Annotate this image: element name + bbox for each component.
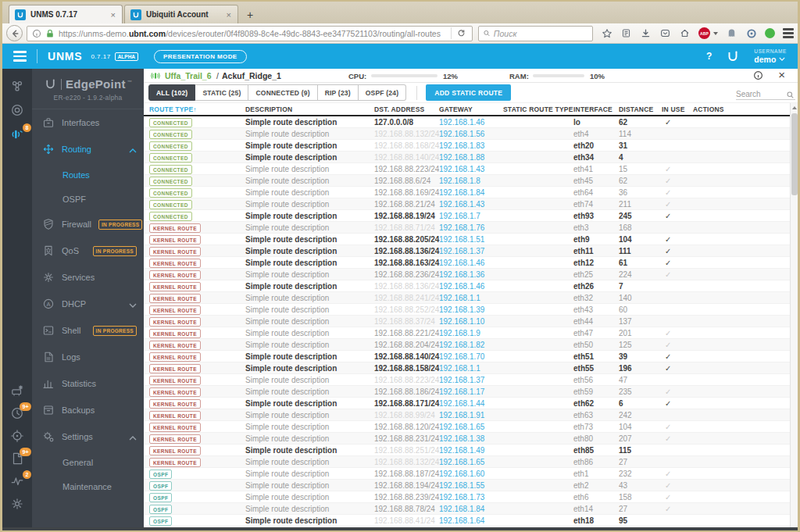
sidebar-item-statistics[interactable]: Statistics <box>32 370 144 397</box>
reload-button[interactable] <box>451 27 467 39</box>
gateway-link[interactable]: 192.168.1.1 <box>439 294 503 302</box>
sidebar-item-routes[interactable]: Routes <box>32 162 144 187</box>
site-link[interactable]: Uffa_Trail_6 <box>165 71 212 80</box>
gateway-link[interactable]: 192.168.1.88 <box>439 153 503 162</box>
unms-menu-icon[interactable] <box>13 51 27 62</box>
sidebar-item-backups[interactable]: Backups <box>32 397 144 423</box>
gateway-link[interactable]: 192.168.1.37 <box>439 247 503 255</box>
table-row[interactable]: CONNECTEDSimple route description192.168… <box>144 198 798 210</box>
gateway-link[interactable]: 192.168.1.65 <box>439 458 503 466</box>
presentation-mode-button[interactable]: PRESENTATION MODE <box>154 50 247 63</box>
filter-tab-all-102[interactable]: ALL (102) <box>148 84 195 101</box>
column-header[interactable]: DST. ADDRESS <box>374 105 439 113</box>
bookmarks-menu-icon[interactable] <box>620 27 632 39</box>
column-header[interactable]: DISTANCE <box>619 105 662 113</box>
table-row[interactable]: KERNEL ROUTESimple route description192.… <box>144 362 798 374</box>
table-search-input[interactable] <box>736 88 783 101</box>
gateway-link[interactable]: 192.168.1.36 <box>439 270 503 279</box>
gateway-link[interactable]: 192.168.1.46 <box>439 282 503 291</box>
new-tab-button[interactable]: + <box>240 6 260 23</box>
table-row[interactable]: KERNEL ROUTESimple route description192.… <box>144 269 798 280</box>
privacy-target-icon[interactable] <box>745 27 757 39</box>
table-row[interactable]: KERNEL ROUTESimple route description192.… <box>144 374 798 386</box>
gateway-link[interactable]: 192.168.1.64 <box>439 516 503 525</box>
bookmark-star-icon[interactable] <box>601 27 612 39</box>
https-lock-icon[interactable] <box>45 29 55 38</box>
sidebar-item-settings[interactable]: Settings <box>32 423 144 450</box>
table-row[interactable]: KERNEL ROUTESimple route description192.… <box>144 257 798 269</box>
gateway-link[interactable]: 192.168.1.44 <box>439 399 503 408</box>
scrollbar-up-icon[interactable] <box>791 103 798 112</box>
sites-icon[interactable] <box>10 79 24 93</box>
table-row[interactable]: OSPFSimple route description192.168.88.2… <box>144 491 798 503</box>
gateway-link[interactable]: 192.168.1.56 <box>439 130 503 138</box>
browser-tab[interactable]: UNMS 0.7.17× <box>9 5 123 23</box>
table-row[interactable]: KERNEL ROUTESimple route description192.… <box>144 421 798 433</box>
gateway-link[interactable]: 192.168.1.76 <box>439 223 503 232</box>
gateway-link[interactable]: 192.168.1.55 <box>439 481 503 490</box>
sidebar-item-logs[interactable]: Logs <box>32 344 144 370</box>
sidebar-item-firewall[interactable]: FirewallIN PROGRESS <box>32 211 144 237</box>
gateway-link[interactable]: 192.168.1.8 <box>439 177 503 185</box>
url-bar[interactable]: https://unms-demo.ubnt.com/devices/erout… <box>27 26 473 41</box>
global-settings-icon[interactable] <box>10 497 24 511</box>
sidebar-item-qos[interactable]: QoSIN PROGRESS <box>32 237 144 264</box>
table-row[interactable]: OSPFSimple route description192.168.88.7… <box>144 503 798 515</box>
table-row[interactable]: CONNECTEDSimple route description192.168… <box>144 152 798 163</box>
column-header[interactable]: IN USE <box>662 105 693 113</box>
gateway-link[interactable]: 192.168.1.43 <box>439 165 503 173</box>
table-row[interactable]: OSPFSimple route description192.168.88.1… <box>144 480 798 491</box>
devices-icon[interactable] <box>10 103 24 117</box>
table-row[interactable]: CONNECTEDSimple route description192.168… <box>144 140 798 152</box>
site-info-icon[interactable] <box>32 29 41 38</box>
gateway-link[interactable]: 192.168.1.83 <box>439 141 503 150</box>
gateway-link[interactable]: 192.168.1.82 <box>439 341 503 349</box>
back-button[interactable] <box>6 25 23 41</box>
status-green-dot-icon[interactable] <box>765 28 775 38</box>
table-row[interactable]: KERNEL ROUTESimple route description192.… <box>144 280 798 292</box>
browser-search-box[interactable] <box>478 26 593 41</box>
table-row[interactable]: KERNEL ROUTESimple route description192.… <box>144 445 798 456</box>
table-row[interactable]: KERNEL ROUTESimple route description192.… <box>144 245 798 257</box>
gateway-link[interactable]: 192.168.1.39 <box>439 305 503 314</box>
table-row[interactable]: KERNEL ROUTESimple route description192.… <box>144 327 798 339</box>
gateway-link[interactable]: 192.168.1.84 <box>439 188 503 197</box>
sidebar-item-ospf[interactable]: OSPF <box>32 187 144 211</box>
sidebar-item-routing[interactable]: Routing <box>32 136 144 162</box>
gateway-link[interactable]: 192.168.1.51 <box>439 235 503 244</box>
gateway-link[interactable]: 192.168.1.91 <box>439 411 503 420</box>
adblock-caret-icon[interactable] <box>713 32 718 35</box>
gateway-link[interactable]: 192.168.1.73 <box>439 493 503 502</box>
gateway-link[interactable]: 192.168.1.43 <box>439 200 503 209</box>
tab-close-icon[interactable]: × <box>226 10 232 20</box>
gateway-link[interactable]: 192.168.1.7 <box>439 212 503 220</box>
filter-tab-connected-9[interactable]: CONNECTED (9) <box>248 84 317 101</box>
gateway-link[interactable]: 192.168.1.38 <box>439 434 503 443</box>
scrollbar-thumb[interactable] <box>791 113 798 195</box>
column-header[interactable]: GATEWAY <box>439 105 503 113</box>
sidebar-item-dhcp[interactable]: ADHCP <box>32 291 144 317</box>
table-row[interactable]: KERNEL ROUTESimple route description192.… <box>144 222 798 234</box>
table-row[interactable]: KERNEL ROUTESimple route description192.… <box>144 456 798 468</box>
table-row[interactable]: KERNEL ROUTESimple route description192.… <box>144 409 798 421</box>
gateway-link[interactable]: 192.168.1.9 <box>439 329 503 337</box>
table-row[interactable]: KERNEL ROUTESimple route description192.… <box>144 316 798 327</box>
gateway-link[interactable]: 192.168.1.49 <box>439 446 503 455</box>
table-row[interactable]: KERNEL ROUTESimple route description192.… <box>144 339 798 351</box>
gateway-link[interactable]: 192.168.1.17 <box>439 387 503 396</box>
gateway-link[interactable]: 192.168.1.84 <box>439 505 503 513</box>
column-header[interactable]: INTERFACE <box>573 105 619 113</box>
table-row[interactable]: KERNEL ROUTESimple route description192.… <box>144 433 798 445</box>
column-header[interactable]: ACTIONS <box>693 105 798 113</box>
gateway-link[interactable]: 192.168.1.60 <box>439 470 503 478</box>
tasks-icon[interactable]: 9+ <box>10 406 24 420</box>
home-icon[interactable] <box>679 27 691 39</box>
discovery-icon[interactable] <box>10 429 24 443</box>
table-row[interactable]: KERNEL ROUTESimple route description192.… <box>144 304 798 316</box>
gateway-link[interactable]: 192.168.1.46 <box>439 118 503 127</box>
filter-tab-static-25[interactable]: STATIC (25) <box>195 84 248 101</box>
gateway-link[interactable]: 192.168.1.10 <box>439 317 503 326</box>
adblock-icon[interactable]: ABP <box>698 27 710 39</box>
sidebar-item-shell[interactable]: ShellIN PROGRESS <box>32 317 144 344</box>
outages-icon[interactable]: 2 <box>10 474 24 488</box>
